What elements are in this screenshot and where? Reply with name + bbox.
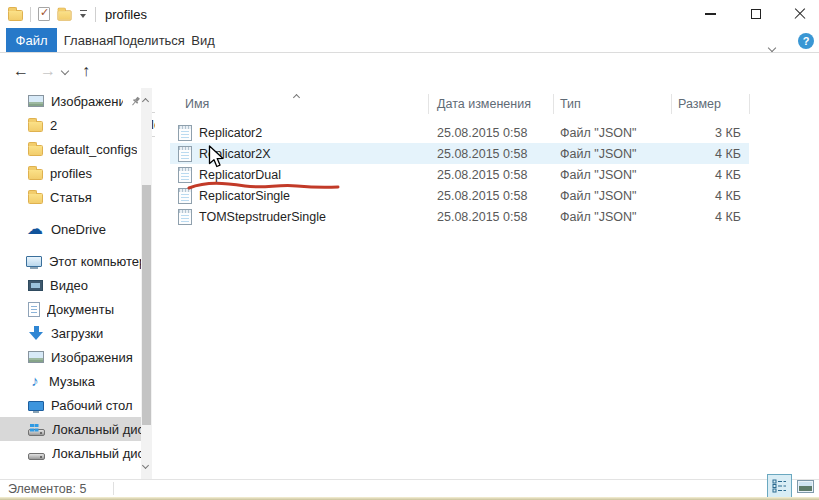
back-button[interactable]: ←	[13, 53, 29, 88]
column-headers: Имя Дата изменения Тип Размер	[170, 92, 749, 116]
json-file-icon	[178, 188, 192, 204]
column-separator[interactable]	[553, 94, 554, 114]
sidebar-item-desktop[interactable]: Рабочий стол	[0, 393, 141, 417]
close-icon	[794, 8, 806, 20]
folder-icon	[28, 145, 43, 156]
titlebar: ✓ profiles	[0, 0, 819, 28]
close-button[interactable]	[783, 0, 817, 28]
sort-ascending-icon	[294, 88, 299, 103]
system-drive-icon	[28, 429, 45, 436]
titlebar-separator	[30, 7, 31, 22]
tab-home[interactable]: Главная	[60, 28, 117, 52]
file-row-replicatordual[interactable]: ReplicatorDual 25.08.2015 0:58 Файл "JSO…	[170, 164, 749, 185]
json-file-icon	[178, 146, 192, 162]
column-header-date[interactable]: Дата изменения	[428, 92, 553, 116]
up-button[interactable]: ↑	[82, 53, 90, 88]
sidebar-item-videos[interactable]: Видео	[0, 273, 141, 297]
help-button[interactable]: ?	[798, 33, 814, 49]
sidebar-item-pictures-pinned[interactable]: Изображени	[0, 89, 141, 113]
minimize-button[interactable]	[693, 0, 727, 28]
pictures-icon	[28, 95, 44, 107]
app-folder-icon	[8, 10, 23, 21]
document-icon	[28, 302, 40, 317]
column-separator[interactable]	[749, 94, 750, 114]
forward-button[interactable]: →	[40, 53, 56, 88]
sidebar-item-pictures[interactable]: Изображения	[0, 345, 141, 369]
items-count: Элементов: 5	[8, 482, 86, 496]
maximize-icon	[751, 9, 761, 19]
column-separator[interactable]	[428, 94, 429, 114]
sidebar-item-profiles[interactable]: profiles	[0, 161, 141, 185]
json-file-icon	[178, 167, 192, 183]
properties-qat-button[interactable]: ✓	[38, 7, 50, 21]
json-file-icon	[178, 125, 192, 141]
sidebar-item-this-pc[interactable]: Этот компьютер	[0, 249, 141, 273]
explorer-window: ✓ profiles Файл Главная Поделиться Вид ?…	[0, 0, 819, 500]
details-view-button[interactable]	[767, 474, 792, 498]
maximize-button[interactable]	[739, 0, 773, 28]
chevron-down-icon	[768, 44, 776, 52]
minimize-icon	[705, 13, 716, 15]
titlebar-separator	[95, 7, 96, 22]
json-file-icon	[178, 209, 192, 225]
customize-qat-chevron-icon[interactable]	[79, 9, 88, 19]
status-separator	[113, 482, 114, 495]
sidebar-item-music[interactable]: ♪ Музыка	[0, 369, 141, 393]
ribbon-collapse-button[interactable]	[769, 39, 775, 54]
computer-icon	[26, 256, 42, 267]
recent-locations-button[interactable]	[62, 68, 68, 74]
navigation-bar: ← → ↑ « Локальный диск (C:) › Program Fi…	[0, 53, 819, 88]
folder-icon	[28, 193, 43, 204]
sidebar-item-statya[interactable]: Статья	[0, 185, 141, 209]
column-header-size[interactable]: Размер	[671, 92, 749, 116]
sidebar-item-documents[interactable]: Документы	[0, 297, 141, 321]
chevron-down-icon	[61, 67, 69, 75]
window-title: profiles	[105, 7, 147, 22]
scroll-up-icon[interactable]	[143, 92, 148, 107]
download-arrow-icon	[28, 325, 44, 341]
sidebar-scrollbar[interactable]	[141, 88, 152, 479]
pin-icon	[130, 96, 141, 107]
check-icon: ✓	[40, 6, 49, 19]
thumbnails-view-button[interactable]	[795, 478, 816, 494]
music-note-icon: ♪	[28, 373, 42, 389]
column-separator[interactable]	[671, 94, 672, 114]
file-row-tomstepstrudersingle[interactable]: TOMStepstruderSingle 25.08.2015 0:58 Фай…	[170, 206, 749, 227]
tab-view[interactable]: Вид	[181, 28, 225, 52]
scrollbar-thumb[interactable]	[142, 185, 151, 425]
navigation-pane: Изображени 2 default_configs profiles Ст…	[0, 88, 152, 479]
scroll-down-icon[interactable]	[143, 456, 148, 471]
sidebar-item-local-disk-c[interactable]: Локальный дис	[0, 417, 141, 441]
thumbnails-view-icon	[797, 480, 814, 493]
sidebar-item-onedrive[interactable]: ☁ OneDrive	[0, 217, 141, 241]
sidebar-item-local-disk-d[interactable]: Локальный дис	[0, 441, 141, 465]
video-icon	[28, 280, 43, 291]
folder-icon	[28, 169, 43, 180]
details-view-icon	[772, 479, 787, 493]
folder-icon	[28, 121, 43, 132]
file-row-replicator2[interactable]: Replicator2 25.08.2015 0:58 Файл "JSON" …	[170, 122, 749, 143]
onedrive-cloud-icon: ☁	[26, 220, 44, 238]
column-header-type[interactable]: Тип	[553, 92, 671, 116]
file-row-replicator2x[interactable]: Replicator2X 25.08.2015 0:58 Файл "JSON"…	[170, 143, 749, 164]
status-bar: Элементов: 5	[0, 479, 819, 497]
sidebar-item-2[interactable]: 2	[0, 113, 141, 137]
tab-file[interactable]: Файл	[6, 28, 57, 52]
desktop-icon	[28, 401, 44, 411]
file-row-replicatorsingle[interactable]: ReplicatorSingle 25.08.2015 0:58 Файл "J…	[170, 185, 749, 206]
ribbon-tab-bar: Файл Главная Поделиться Вид ?	[0, 28, 819, 53]
drive-icon	[28, 453, 45, 460]
sidebar-item-downloads[interactable]: Загрузки	[0, 321, 141, 345]
tab-share[interactable]: Поделиться	[117, 28, 181, 52]
new-folder-qat-button[interactable]	[57, 10, 71, 20]
sidebar-item-default-configs[interactable]: default_configs	[0, 137, 141, 161]
pictures-icon	[28, 351, 44, 363]
file-list-pane: Имя Дата изменения Тип Размер Replicator…	[155, 88, 819, 479]
